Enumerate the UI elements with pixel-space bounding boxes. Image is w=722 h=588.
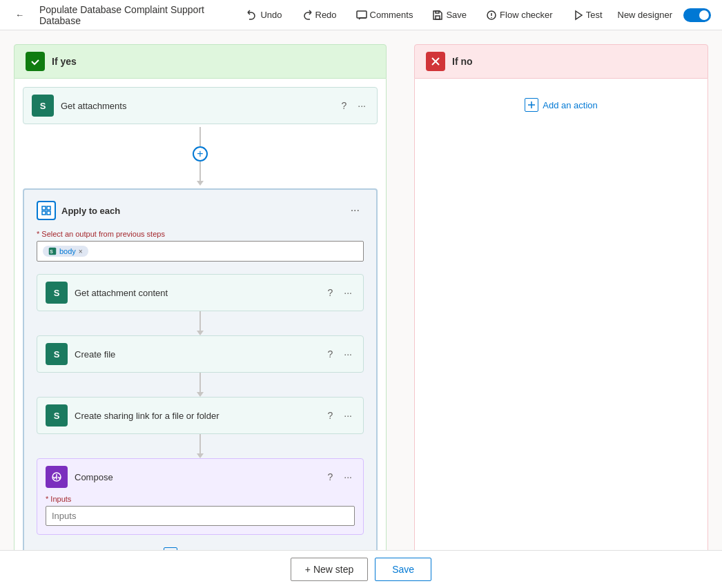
compose-input[interactable] [46,506,355,526]
branch-no-header: If no [414,44,708,79]
svg-text:S: S [50,249,53,254]
svg-rect-5 [47,206,50,210]
spacer-4 [37,434,364,458]
page-title: Populate Database Complaint Support Data… [39,4,231,26]
apply-to-each-icon [37,201,56,220]
arrow-1 [197,181,204,186]
inner-actions: S Get attachment content ? ··· [31,274,369,567]
select-output-field[interactable]: S body × [37,241,364,262]
topbar: ← Populate Database Complaint Support Da… [0,0,722,30]
add-action-no-button[interactable]: Add an action [516,92,606,117]
vline-1 [199,127,201,146]
get-attachment-content-meta: ? ··· [325,286,355,300]
get-attachment-content-label: Get attachment content [75,288,325,298]
compose-body: * Inputs [37,495,363,534]
branch-no: If no Add an action [400,44,722,574]
create-file-icon: S [46,343,68,365]
get-attachment-content-icon: S [46,282,68,304]
bottombar: + New step Save [0,550,722,588]
create-file-label: Create file [75,349,325,360]
test-button[interactable]: Test [568,7,607,23]
compose-meta: ? ··· [325,470,355,484]
connector-1: + [23,124,378,188]
new-designer-label: New designer [618,10,673,20]
spacer-3 [37,373,364,397]
save-bottom-button[interactable]: Save [375,558,431,581]
create-sharing-link-icon: S [46,404,68,427]
body-tag: S body × [43,246,88,257]
get-attachment-content-help[interactable]: ? [325,286,336,300]
svg-rect-7 [47,211,50,215]
flow-checker-button[interactable]: Flow checker [482,7,557,23]
branch-yes: If yes S Get attachments ? ··· [0,44,400,574]
branch-no-body: Add an action [414,79,708,574]
back-button[interactable]: ← [11,7,28,23]
create-file-card[interactable]: S Create file ? ··· [37,335,364,373]
add-step-plus-1[interactable]: + [193,146,208,161]
get-attachments-icon: S [32,95,54,117]
compose-card: Compose ? ··· * Inputs [37,458,364,535]
vline-1b [199,161,201,181]
branch-yes-body: S Get attachments ? ··· + [14,79,387,588]
get-attachments-more[interactable]: ··· [355,99,369,112]
svg-rect-4 [42,206,46,210]
no-x-icon [426,52,445,71]
get-attachment-content-more[interactable]: ··· [341,286,355,300]
new-step-button[interactable]: + New step [291,558,368,581]
spacer-2 [37,311,364,335]
compose-label: Compose [75,472,325,482]
compose-icon [46,466,68,488]
branch-yes-header: If yes [14,44,387,79]
svg-rect-1 [436,16,440,19]
svg-rect-2 [436,11,439,13]
canvas: If yes S Get attachments ? ··· [0,30,722,588]
branch-yes-label: If yes [52,56,77,67]
add-action-no-icon [525,98,538,112]
create-sharing-link-meta: ? ··· [325,409,355,422]
yes-check-icon [26,52,45,71]
get-attachment-content-card[interactable]: S Get attachment content ? ··· [37,274,364,311]
compose-help[interactable]: ? [325,470,336,484]
apply-to-each-container: Apply to each ··· * Select an output fro… [23,188,378,575]
compose-more[interactable]: ··· [341,470,355,484]
compose-header: Compose ? ··· [37,459,363,495]
create-sharing-link-help[interactable]: ? [325,409,336,422]
apply-to-each-label: Apply to each [61,206,347,216]
get-attachments-card[interactable]: S Get attachments ? ··· [23,87,378,124]
save-topbar-button[interactable]: Save [428,7,471,23]
topbar-actions: Undo Redo Comments Save Flow checker Tes… [242,7,711,23]
body-tag-remove[interactable]: × [79,248,83,255]
create-file-help[interactable]: ? [325,347,336,361]
get-attachments-meta: ? ··· [339,99,369,112]
create-sharing-link-more[interactable]: ··· [341,409,355,422]
main-canvas: If yes S Get attachments ? ··· [0,30,722,588]
redo-button[interactable]: Redo [297,7,341,23]
new-designer-toggle[interactable] [683,8,711,22]
create-sharing-link-card[interactable]: S Create sharing link for a file or fold… [37,397,364,434]
apply-to-each-more[interactable]: ··· [347,203,364,218]
select-output-label: * Select an output from previous steps [37,230,364,238]
get-attachments-label: Get attachments [61,101,339,111]
undo-button[interactable]: Undo [242,7,286,23]
comments-button[interactable]: Comments [352,7,418,23]
svg-rect-0 [357,11,367,18]
compose-input-label: * Inputs [46,495,355,503]
select-output-section: * Select an output from previous steps S… [31,230,369,274]
create-sharing-link-label: Create sharing link for a file or folder [75,411,325,421]
apply-to-each-header: Apply to each ··· [31,197,369,224]
create-file-more[interactable]: ··· [341,347,355,361]
svg-rect-6 [42,211,46,215]
get-attachments-help[interactable]: ? [339,99,350,112]
create-file-meta: ? ··· [325,347,355,361]
branch-no-label: If no [452,56,473,67]
